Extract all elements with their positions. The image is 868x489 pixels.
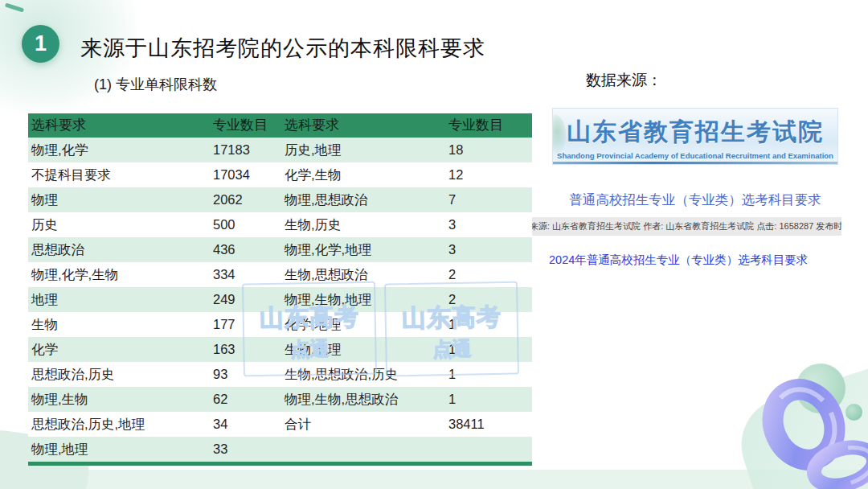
table-cell: 物理,化学,生物 <box>28 262 210 287</box>
table-header-cell: 选科要求 <box>28 113 210 138</box>
table-cell: 436 <box>210 237 281 262</box>
table-cell: 物理,生物,思想政治 <box>281 387 445 412</box>
data-source-label: 数据来源： <box>586 70 662 91</box>
table-row: 思想政治,历史,地理34合计38411 <box>28 412 532 437</box>
table-cell: 物理,生物,地理 <box>281 287 445 312</box>
table-cell: 物理,地理 <box>28 437 210 462</box>
table-cell: 500 <box>210 212 281 237</box>
table-cell: 93 <box>210 362 281 387</box>
table-cell: 3 <box>445 237 532 262</box>
table-cell: 思想政治,历史 <box>28 362 210 387</box>
table-cell: 生物,地理 <box>281 337 445 362</box>
table-row: 历史500生物,历史3 <box>28 212 532 237</box>
subject-requirements-table: 选科要求 专业数目 选科要求 专业数目 物理,化学17183历史,地理18不提科… <box>28 113 532 466</box>
table-cell: 2062 <box>210 187 281 212</box>
table-cell: 12 <box>445 162 532 187</box>
table-header-cell: 专业数目 <box>445 113 532 138</box>
table-cell: 地理 <box>28 287 210 312</box>
table-cell: 物理,思想政治 <box>281 187 445 212</box>
requirements-table-body: 物理,化学17183历史,地理18不提科目要求17034化学,生物12物理206… <box>28 138 532 462</box>
table-cell: 17034 <box>210 162 281 187</box>
table-header-cell: 专业数目 <box>210 113 281 138</box>
table-cell: 历史,地理 <box>281 138 445 162</box>
table-cell: 思想政治 <box>28 237 210 262</box>
table-row: 物理,生物62物理,生物,思想政治1 <box>28 387 532 412</box>
table-row: 化学163生物,地理1 <box>28 337 532 362</box>
table-cell: 生物 <box>28 312 210 337</box>
table-cell: 物理 <box>28 187 210 212</box>
table-cell: 33 <box>210 437 281 462</box>
page-title: 来源于山东招考院的公示的本科限科要求 <box>80 34 485 63</box>
section-number-badge: 1 <box>22 25 59 63</box>
table-cell: 历史 <box>28 212 210 237</box>
purple-rings-decoration <box>754 344 868 489</box>
bottom-green-band <box>0 470 868 489</box>
table-cell: 38411 <box>445 412 532 437</box>
table-row: 思想政治436物理,化学,地理3 <box>28 237 532 262</box>
banner-subtitle: Shandong Provincial Academy of Education… <box>553 151 837 160</box>
table-cell: 生物,思想政治,历史 <box>281 362 445 387</box>
page-subtitle: (1) 专业单科限科数 <box>94 75 217 94</box>
table-cell: 2 <box>445 262 532 287</box>
table-header-cell: 选科要求 <box>281 113 445 138</box>
banner-title: 山东省教育招生考试院 <box>553 116 837 149</box>
table-cell: 物理,化学,地理 <box>281 237 445 262</box>
table-cell: 生物,思想政治 <box>281 262 445 287</box>
shandong-academy-banner: 山东省教育招生考试院 Shandong Provincial Academy o… <box>552 108 838 165</box>
table-row: 物理,地理33 <box>28 437 532 462</box>
table-cell: 生物,历史 <box>281 212 445 237</box>
table-row: 生物177化学,地理1 <box>28 312 532 337</box>
table-cell: 18 <box>445 138 532 162</box>
table-cell: 1 <box>445 312 532 337</box>
table-cell: 物理,生物 <box>28 387 210 412</box>
table-cell: 思想政治,历史,地理 <box>28 412 210 437</box>
table-cell <box>281 437 445 462</box>
table-cell: 2 <box>445 287 532 312</box>
table-cell: 34 <box>210 412 281 437</box>
table-cell: 62 <box>210 387 281 412</box>
table-cell: 化学,地理 <box>281 312 445 337</box>
table-cell: 合计 <box>281 412 445 437</box>
table-cell: 3 <box>445 212 532 237</box>
table-row: 物理,化学17183历史,地理18 <box>28 138 532 162</box>
table-cell: 化学 <box>28 337 210 362</box>
table-header-row: 选科要求 专业数目 选科要求 专业数目 <box>28 113 532 138</box>
table-row: 地理249物理,生物,地理2 <box>28 287 532 312</box>
table-cell: 1 <box>445 387 532 412</box>
article-title: 普通高校招生专业（专业类）选考科目要求 <box>552 191 838 209</box>
table-row: 物理,化学,生物334生物,思想政治2 <box>28 262 532 287</box>
table-cell: 177 <box>210 312 281 337</box>
table-cell: 334 <box>210 262 281 287</box>
table-cell: 物理,化学 <box>28 138 210 162</box>
table-cell: 不提科目要求 <box>28 162 210 187</box>
table-cell: 1 <box>445 362 532 387</box>
slide: 1 来源于山东招考院的公示的本科限科要求 (1) 专业单科限科数 选科要求 专业… <box>0 0 868 489</box>
article-meta-bar: 来源: 山东省教育招生考试院 作者: 山东省教育招生考试院 点击: 165828… <box>530 217 841 236</box>
table-row: 物理2062物理,思想政治7 <box>28 187 532 212</box>
table-cell: 化学,生物 <box>281 162 445 187</box>
table-cell: 163 <box>210 337 281 362</box>
link-2024-requirements[interactable]: 2024年普通高校招生专业（专业类）选考科目要求 <box>549 253 808 268</box>
table-cell: 1 <box>445 337 532 362</box>
table-row: 不提科目要求17034化学,生物12 <box>28 162 532 187</box>
table-cell <box>445 437 532 462</box>
table-cell: 249 <box>210 287 281 312</box>
table-cell: 7 <box>445 187 532 212</box>
table-row: 思想政治,历史93生物,思想政治,历史1 <box>28 362 532 387</box>
table-cell: 17183 <box>210 138 281 162</box>
